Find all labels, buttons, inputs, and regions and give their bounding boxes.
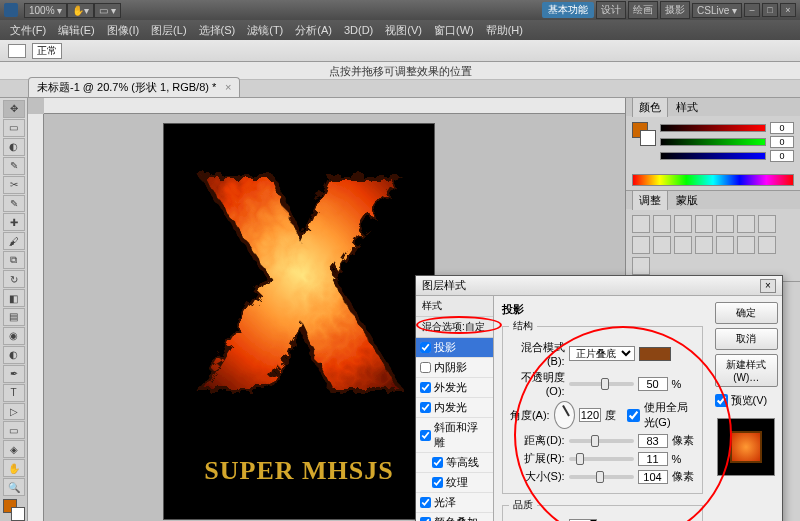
size-slider[interactable]	[569, 475, 634, 479]
type-tool[interactable]: T	[3, 384, 25, 402]
zoom-tool[interactable]: 🔍	[3, 478, 25, 496]
adj-icon[interactable]	[716, 215, 734, 233]
3d-tool[interactable]: ◈	[3, 440, 25, 458]
menu-window[interactable]: 窗口(W)	[428, 21, 480, 40]
adj-icon[interactable]	[632, 257, 650, 275]
history-brush-tool[interactable]: ↻	[3, 270, 25, 288]
pen-tool[interactable]: ✒	[3, 365, 25, 383]
workspace-photo[interactable]: 摄影	[660, 1, 690, 19]
dialog-titlebar[interactable]: 图层样式 ×	[416, 276, 782, 296]
adj-icon[interactable]	[758, 236, 776, 254]
brush-tool[interactable]: 🖌	[3, 232, 25, 250]
opacity-slider[interactable]	[569, 382, 634, 386]
menu-filter[interactable]: 滤镜(T)	[241, 21, 289, 40]
fx-outer-glow[interactable]: 外发光	[416, 378, 493, 398]
fx-drop-shadow[interactable]: 投影	[416, 338, 493, 358]
hand-menu[interactable]: ✋▾	[67, 3, 94, 18]
shadow-color-swatch[interactable]	[639, 347, 671, 361]
opacity-value[interactable]: 50	[638, 377, 668, 391]
adj-icon[interactable]	[716, 236, 734, 254]
adj-icon[interactable]	[674, 236, 692, 254]
fx-outer-glow-check[interactable]	[420, 382, 431, 393]
document[interactable]: SUPER MHSJS	[164, 124, 434, 519]
distance-slider[interactable]	[569, 439, 634, 443]
adj-icon[interactable]	[653, 215, 671, 233]
eraser-tool[interactable]: ◧	[3, 289, 25, 307]
angle-value[interactable]: 120	[579, 408, 601, 422]
marquee-tool[interactable]: ▭	[3, 119, 25, 137]
workspace-essentials[interactable]: 基本功能	[542, 2, 594, 18]
global-light-check[interactable]	[627, 409, 640, 422]
screenmode-menu[interactable]: ▭ ▾	[94, 3, 121, 18]
close-tab-icon[interactable]: ×	[225, 81, 231, 93]
path-tool[interactable]: ▷	[3, 403, 25, 421]
workspace-paint[interactable]: 绘画	[628, 1, 658, 19]
menu-3d[interactable]: 3D(D)	[338, 22, 379, 38]
blend-mode-select[interactable]: 正常	[32, 43, 62, 59]
tab-styles[interactable]: 样式	[676, 100, 698, 115]
adj-icon[interactable]	[737, 215, 755, 233]
fx-inner-shadow[interactable]: 内阴影	[416, 358, 493, 378]
lasso-tool[interactable]: ◐	[3, 138, 25, 156]
zoom-menu[interactable]: 100% ▾	[24, 3, 67, 18]
workspace-design[interactable]: 设计	[596, 1, 626, 19]
adj-icon[interactable]	[695, 236, 713, 254]
fx-inner-glow-check[interactable]	[420, 402, 431, 413]
color-swatches[interactable]	[3, 499, 25, 521]
menu-help[interactable]: 帮助(H)	[480, 21, 529, 40]
fx-contour-check[interactable]	[432, 457, 443, 468]
adj-icon[interactable]	[632, 215, 650, 233]
move-tool[interactable]: ✥	[3, 100, 25, 118]
menu-analysis[interactable]: 分析(A)	[289, 21, 338, 40]
dodge-tool[interactable]: ◐	[3, 346, 25, 364]
menu-select[interactable]: 选择(S)	[193, 21, 242, 40]
fx-texture[interactable]: 纹理	[416, 473, 493, 493]
panel-color-swatch[interactable]	[632, 122, 656, 146]
cancel-button[interactable]: 取消	[715, 328, 778, 350]
tool-preset-icon[interactable]	[8, 44, 26, 58]
preview-check[interactable]	[715, 394, 728, 407]
maximize-button[interactable]: □	[762, 3, 778, 17]
fx-texture-check[interactable]	[432, 477, 443, 488]
stamp-tool[interactable]: ⧉	[3, 251, 25, 269]
heal-tool[interactable]: ✚	[3, 213, 25, 231]
fx-contour[interactable]: 等高线	[416, 453, 493, 473]
fx-styles-header[interactable]: 样式	[416, 296, 493, 317]
fx-color-overlay-check[interactable]	[420, 517, 431, 521]
hue-strip[interactable]	[632, 174, 794, 186]
cslive-menu[interactable]: CSLive ▾	[692, 3, 742, 18]
adj-icon[interactable]	[695, 215, 713, 233]
fx-satin[interactable]: 光泽	[416, 493, 493, 513]
b-value[interactable]: 0	[770, 150, 794, 162]
g-value[interactable]: 0	[770, 136, 794, 148]
dialog-close-button[interactable]: ×	[760, 279, 776, 293]
crop-tool[interactable]: ✂	[3, 176, 25, 194]
menu-layer[interactable]: 图层(L)	[145, 21, 192, 40]
menu-view[interactable]: 视图(V)	[379, 21, 428, 40]
tab-masks[interactable]: 蒙版	[676, 193, 698, 208]
spread-slider[interactable]	[569, 457, 634, 461]
gradient-tool[interactable]: ▤	[3, 308, 25, 326]
adj-icon[interactable]	[653, 236, 671, 254]
fx-bevel[interactable]: 斜面和浮雕	[416, 418, 493, 453]
eyedropper-tool[interactable]: ✎	[3, 195, 25, 213]
ok-button[interactable]: 确定	[715, 302, 778, 324]
document-tab[interactable]: 未标题-1 @ 20.7% (形状 1, RGB/8) * ×	[28, 77, 240, 97]
spread-value[interactable]: 11	[638, 452, 668, 466]
fx-satin-check[interactable]	[420, 497, 431, 508]
angle-dial[interactable]	[554, 401, 575, 429]
minimize-button[interactable]: –	[744, 3, 760, 17]
g-slider[interactable]	[660, 138, 766, 146]
menu-file[interactable]: 文件(F)	[4, 21, 52, 40]
adj-icon[interactable]	[737, 236, 755, 254]
r-slider[interactable]	[660, 124, 766, 132]
tab-adjustments[interactable]: 调整	[632, 190, 668, 210]
fx-color-overlay[interactable]: 颜色叠加	[416, 513, 493, 521]
fx-bevel-check[interactable]	[420, 430, 431, 441]
fx-drop-shadow-check[interactable]	[420, 342, 431, 353]
r-value[interactable]: 0	[770, 122, 794, 134]
background-swatch[interactable]	[11, 507, 25, 521]
shape-tool[interactable]: ▭	[3, 421, 25, 439]
blur-tool[interactable]: ◉	[3, 327, 25, 345]
hand-tool[interactable]: ✋	[3, 459, 25, 477]
